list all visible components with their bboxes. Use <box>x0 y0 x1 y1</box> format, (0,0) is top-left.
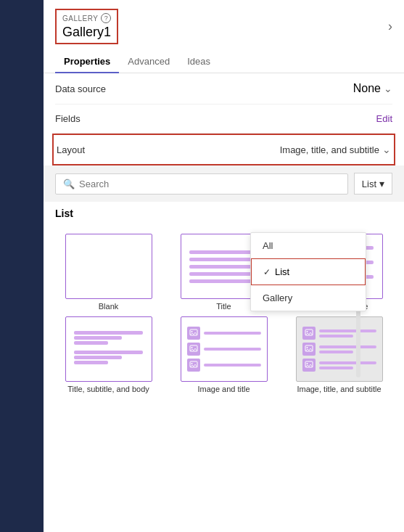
gallery-item-blank[interactable]: Blank <box>55 234 162 311</box>
gallery-thumb-image-title-subtitle <box>296 316 383 382</box>
list-check-icon: ✓ <box>263 267 271 277</box>
gallery-thumb-title-subtitle-body <box>65 316 152 382</box>
data-source-label: Data source <box>55 83 106 94</box>
line1 <box>189 250 257 254</box>
data-source-row: Data source None ⌄ <box>55 73 392 105</box>
gallery-thumb-label-image-title: Image and title <box>197 385 250 393</box>
data-source-text: None <box>353 82 381 95</box>
gallery-header: GALLERY ? Gallery1 › <box>44 0 404 44</box>
svg-point-5 <box>191 363 192 364</box>
tab-properties[interactable]: Properties <box>55 50 119 73</box>
img-icon-3 <box>187 359 200 372</box>
gallery-label-row: GALLERY ? <box>62 13 111 23</box>
dropdown-gallery-label: Gallery <box>263 292 292 303</box>
layout-chevron-icon: ⌄ <box>382 144 391 155</box>
its-icon-3 <box>302 359 316 372</box>
tab-ideas[interactable]: Ideas <box>178 50 219 73</box>
gallery-thumb-label-title: Title <box>216 302 231 311</box>
data-source-value[interactable]: None ⌄ <box>353 82 392 95</box>
gallery-thumb-image-title <box>181 316 268 382</box>
data-source-chevron: ⌄ <box>384 83 392 94</box>
image-svg-2 <box>189 345 198 353</box>
list-heading: List <box>55 208 392 219</box>
gallery-thumb-label-tsb: Title, subtitle, and body <box>67 385 149 393</box>
its-svg-1 <box>305 329 313 337</box>
properties-section: Data source None ⌄ Fields Edit <box>44 73 404 134</box>
filter-dropdown-menu: All ✓ List Gallery <box>250 232 366 311</box>
gallery-thumb-blank <box>65 234 152 299</box>
svg-point-3 <box>191 347 192 348</box>
tsb-lines <box>74 331 142 367</box>
image-svg-3 <box>189 361 198 369</box>
dropdown-list-label: List <box>275 266 289 277</box>
gallery-item-image-title[interactable]: Image and title <box>170 316 277 393</box>
filter-dropdown[interactable]: List ▾ <box>354 173 392 195</box>
svg-point-11 <box>306 363 308 364</box>
gallery-header-box: GALLERY ? Gallery1 <box>55 9 118 44</box>
gallery-title: Gallery1 <box>62 25 111 40</box>
search-input[interactable] <box>79 179 340 189</box>
line4 <box>189 272 257 276</box>
svg-point-9 <box>306 347 308 348</box>
search-input-wrapper[interactable]: 🔍 <box>55 173 348 195</box>
gallery-item-image-title-subtitle[interactable]: Image, title, and subtitle <box>286 316 392 393</box>
chevron-right-icon[interactable]: › <box>388 19 392 34</box>
dropdown-item-list[interactable]: ✓ List <box>251 258 366 285</box>
layout-label: Layout <box>57 144 85 155</box>
main-panel: GALLERY ? Gallery1 › Properties Advanced… <box>44 0 404 532</box>
fields-row: Fields Edit <box>55 105 392 134</box>
tab-advanced[interactable]: Advanced <box>119 50 178 73</box>
its-svg-3 <box>305 361 313 369</box>
dropdown-item-gallery[interactable]: Gallery <box>251 285 366 311</box>
gallery-thumb-label-its: Image, title, and subtitle <box>297 385 381 393</box>
layout-row: Layout Image, title, and subtitle ⌄ <box>52 134 395 165</box>
layout-value: Image, title, and subtitle <box>280 144 379 155</box>
img-icon-1 <box>187 327 200 340</box>
layout-dropdown[interactable]: Image, title, and subtitle ⌄ <box>280 144 391 155</box>
fields-edit-link[interactable]: Edit <box>376 113 392 124</box>
dropdown-all-label: All <box>263 240 273 251</box>
gallery-thumb-label-blank: Blank <box>99 302 119 311</box>
search-icon: 🔍 <box>63 179 75 189</box>
its-icon-2 <box>302 343 316 356</box>
line3 <box>189 265 257 269</box>
dropdown-item-all[interactable]: All <box>251 233 366 258</box>
image-svg-1 <box>189 329 198 337</box>
its-svg-2 <box>305 345 313 353</box>
help-icon[interactable]: ? <box>101 13 111 23</box>
list-section: List <box>44 202 404 234</box>
filter-label: List <box>362 179 376 189</box>
its-icon-1 <box>302 327 316 340</box>
title-lines <box>189 250 257 283</box>
img-icon-2 <box>187 343 200 356</box>
line2 <box>189 258 257 261</box>
filter-chevron-icon: ▾ <box>379 178 384 189</box>
line5 <box>189 279 257 283</box>
left-nav-panel <box>0 0 44 532</box>
svg-point-1 <box>191 331 192 332</box>
gallery-label-text: GALLERY <box>62 15 98 22</box>
search-bar-container: 🔍 List ▾ <box>44 165 404 202</box>
fields-label: Fields <box>55 113 81 124</box>
svg-point-7 <box>306 331 308 332</box>
gallery-item-title-subtitle-body[interactable]: Title, subtitle, and body <box>55 316 162 393</box>
tabs-bar: Properties Advanced Ideas <box>44 50 404 73</box>
